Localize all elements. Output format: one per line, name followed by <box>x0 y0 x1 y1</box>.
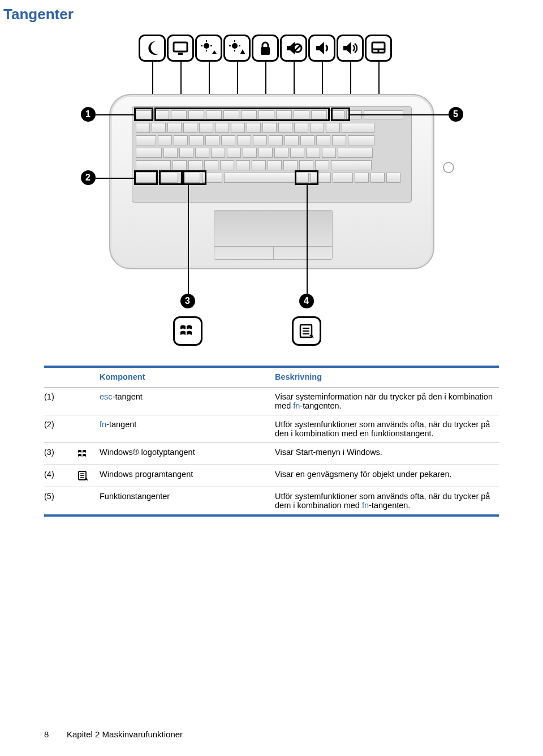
callout-4: 4 <box>299 294 314 308</box>
component-table: Komponent Beskrivning (1) esc-tangent Vi… <box>44 366 499 517</box>
lock-icon <box>252 35 279 62</box>
table-row: (2) fn-tangent Utför systemfunktioner so… <box>44 415 499 443</box>
svg-marker-14 <box>240 49 245 54</box>
svg-line-18 <box>295 45 300 51</box>
volume-down-icon <box>308 35 335 62</box>
table-row: (5) Funktionstangenter Utför systemfunkt… <box>44 487 499 514</box>
sleep-icon <box>139 35 166 62</box>
touchpad <box>214 210 333 260</box>
keyboard-illustration: 1 2 5 3 4 <box>70 35 474 349</box>
function-icons-bar <box>139 35 393 65</box>
table-header-description: Beskrivning <box>275 372 499 381</box>
svg-marker-20 <box>343 42 351 54</box>
svg-point-8 <box>232 43 238 49</box>
svg-rect-15 <box>261 47 270 55</box>
laptop-body <box>109 94 434 269</box>
keyboard <box>132 106 412 203</box>
callout-5: 5 <box>449 107 463 122</box>
brightness-down-icon <box>195 35 222 62</box>
callout-3: 3 <box>180 294 195 308</box>
windows-logo-icon <box>173 316 202 346</box>
svg-rect-0 <box>174 42 187 51</box>
callout-1: 1 <box>81 107 96 122</box>
callout-2: 2 <box>81 170 96 185</box>
table-row: (3) Windows® logotyptangent Visar Start-… <box>44 443 499 465</box>
page-footer: 8Kapitel 2 Maskinvarufunktioner <box>44 729 183 739</box>
table-row: (1) esc-tangent Visar systeminformation … <box>44 388 499 415</box>
svg-point-2 <box>204 43 209 49</box>
svg-marker-7 <box>212 50 217 54</box>
touchpad-icon <box>365 35 392 62</box>
windows-logo-icon <box>77 448 100 460</box>
display-switch-icon <box>167 35 194 62</box>
table-header-component: Komponent <box>100 372 275 381</box>
svg-marker-19 <box>316 42 324 54</box>
svg-rect-1 <box>178 53 183 55</box>
volume-up-icon <box>337 35 364 62</box>
brightness-up-icon <box>223 35 251 62</box>
table-row: (4) Windows programtangent Visar en genv… <box>44 465 499 487</box>
page-title: Tangenter <box>3 0 499 23</box>
menu-key-icon <box>77 470 100 482</box>
menu-key-icon <box>292 316 321 346</box>
mute-icon <box>280 35 307 62</box>
